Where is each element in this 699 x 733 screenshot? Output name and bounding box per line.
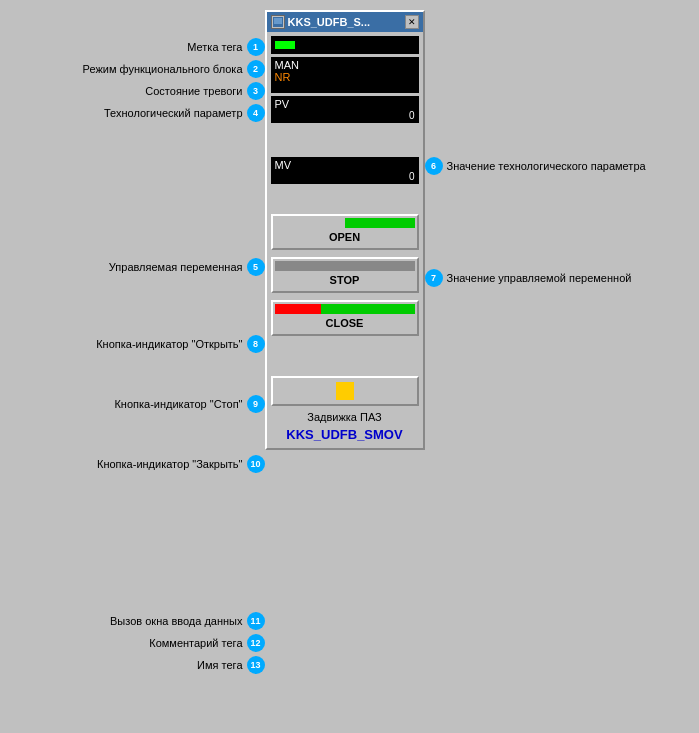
label-1-text: Метка тега <box>187 41 242 53</box>
window-title: KKS_UDFB_S... <box>288 16 371 28</box>
label-12: Комментарий тега 12 <box>149 634 264 652</box>
label-7: 7 Значение управляемой переменной <box>425 269 632 287</box>
label-8-text: Кнопка-индикатор "Открыть" <box>96 338 242 350</box>
label-4: Технологический параметр 4 <box>104 104 265 122</box>
title-bar-left: KKS_UDFB_S... <box>271 15 371 29</box>
data-entry-yellow-square <box>336 382 354 400</box>
badge-2: 2 <box>247 60 265 78</box>
label-4-text: Технологический параметр <box>104 107 243 119</box>
left-labels-column: Метка тега 1 Режим функционального блока… <box>95 10 265 674</box>
badge-12: 12 <box>247 634 265 652</box>
mv-block: MV 0 <box>271 157 419 184</box>
window-content: MAN NR PV 0 MV 0 OPEN <box>267 32 423 448</box>
label-3-text: Состояние тревоги <box>145 85 242 97</box>
pv-value: 0 <box>275 110 415 121</box>
main-container: Метка тега 1 Режим функционального блока… <box>95 10 605 674</box>
label-5: Управляемая переменная 5 <box>109 258 265 276</box>
title-bar: KKS_UDFB_S... ✕ <box>267 12 423 32</box>
badge-1: 1 <box>247 38 265 56</box>
badge-5: 5 <box>247 258 265 276</box>
spacer-2 <box>271 187 419 207</box>
tag-green-indicator <box>275 41 295 49</box>
alarm-text: NR <box>275 71 291 83</box>
label-6: 6 Значение технологического параметра <box>425 157 646 175</box>
stop-button-label[interactable]: STOP <box>275 271 415 289</box>
label-2: Режим функционального блока 2 <box>83 60 265 78</box>
label-9-text: Кнопка-индикатор "Стоп" <box>114 398 242 410</box>
close-button-label[interactable]: CLOSE <box>275 314 415 332</box>
tag-comment: Задвижка ПАЗ <box>271 411 419 423</box>
label-9: Кнопка-индикатор "Стоп" 9 <box>114 395 264 413</box>
label-8: Кнопка-индикатор "Открыть" 8 <box>96 335 264 353</box>
mv-value: 0 <box>275 171 415 182</box>
label-12-text: Комментарий тега <box>149 637 242 649</box>
stop-indicator-bar <box>275 261 415 271</box>
label-7-text: Значение управляемой переменной <box>447 272 632 284</box>
open-button-label[interactable]: OPEN <box>275 228 415 246</box>
pv-block: PV 0 <box>271 96 419 123</box>
badge-3: 3 <box>247 82 265 100</box>
tag-name: KKS_UDFB_SMOV <box>271 427 419 442</box>
badge-7: 7 <box>425 269 443 287</box>
stop-button-indicator[interactable]: STOP <box>271 257 419 293</box>
open-indicator-bar <box>275 218 415 228</box>
close-button-indicator[interactable]: CLOSE <box>271 300 419 336</box>
svg-rect-1 <box>274 18 282 24</box>
badge-13: 13 <box>247 656 265 674</box>
mode-alarm-block: MAN NR <box>271 57 419 93</box>
badge-10: 10 <box>247 455 265 473</box>
spacer-3 <box>271 339 419 369</box>
spacer-1 <box>271 126 419 146</box>
label-13: Имя тега 13 <box>197 656 264 674</box>
data-entry-button[interactable] <box>271 376 419 406</box>
badge-9: 9 <box>247 395 265 413</box>
window-icon <box>271 15 285 29</box>
label-6-text: Значение технологического параметра <box>447 160 646 172</box>
label-1: Метка тега 1 <box>187 38 264 56</box>
label-5-text: Управляемая переменная <box>109 261 243 273</box>
label-10-text: Кнопка-индикатор "Закрыть" <box>97 458 243 470</box>
badge-8: 8 <box>247 335 265 353</box>
badge-4: 4 <box>247 104 265 122</box>
label-11-text: Вызов окна ввода данных <box>110 615 242 627</box>
close-button[interactable]: ✕ <box>405 15 419 29</box>
label-2-text: Режим функционального блока <box>83 63 243 75</box>
label-10: Кнопка-индикатор "Закрыть" 10 <box>97 455 265 473</box>
tag-indicator-block <box>271 36 419 54</box>
pv-label: PV <box>275 98 415 110</box>
badge-11: 11 <box>247 612 265 630</box>
label-3: Состояние тревоги 3 <box>145 82 264 100</box>
right-labels-column: 6 Значение технологического параметра 7 … <box>425 10 605 287</box>
mode-text: MAN <box>275 59 299 71</box>
close-indicator-bar <box>275 304 415 314</box>
svg-rect-2 <box>274 25 282 26</box>
label-13-text: Имя тега <box>197 659 242 671</box>
label-11: Вызов окна ввода данных 11 <box>110 612 264 630</box>
badge-6: 6 <box>425 157 443 175</box>
mv-label: MV <box>275 159 415 171</box>
window-panel: KKS_UDFB_S... ✕ MAN NR PV 0 <box>265 10 425 450</box>
open-button-indicator[interactable]: OPEN <box>271 214 419 250</box>
